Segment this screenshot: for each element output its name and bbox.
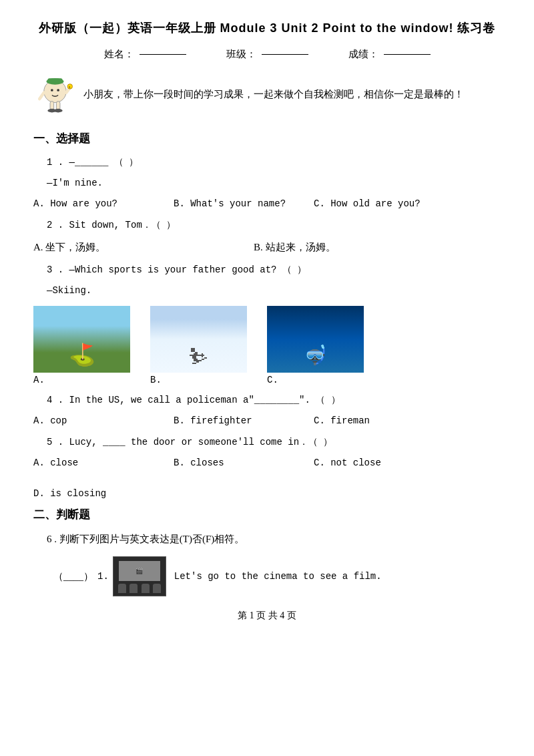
judgment-intro: 6 . 判断下列图片与英文表达是(T)否(F)相符。 （____） 1. 🎬 L… (47, 530, 501, 596)
question-1: 1 . —______ （ ） —I'm nine. (47, 154, 501, 192)
q5-choices: A. close B. closes C. not close D. is cl… (33, 457, 501, 499)
q1-sub: —I'm nine. (47, 175, 501, 192)
mascot-icon: $ (33, 73, 77, 116)
svg-rect-6 (56, 102, 60, 110)
class-field: 班级： (226, 48, 308, 61)
q5-choice-a: A. close (33, 457, 154, 468)
q4-choice-a: A. cop (33, 415, 154, 426)
score-blank (384, 54, 431, 55)
q5-choice-c: C. not close (314, 457, 434, 468)
question-2: 2 . Sit down, Tom．（ ） (47, 217, 501, 234)
q2-choice-a: A. 坐下，汤姆。 (33, 241, 154, 254)
q4-choice-b: B. firefighter (174, 415, 294, 426)
q1-choice-c: C. How old are you? (314, 198, 434, 209)
q4-choices: A. cop B. firefighter C. fireman (33, 415, 501, 426)
svg-point-8 (54, 109, 63, 113)
question-5: 5 . Lucy, ____ the door or someone'll co… (47, 434, 501, 451)
q3-image-a-label: A. (33, 375, 130, 385)
intro-section: $ 小朋友，带上你一段时间的学习成果，一起来做个自我检测吧，相信你一定是最棒的！ (33, 73, 501, 116)
q3-image-a-container: A. (33, 306, 130, 385)
judgment-bracket: （____） (53, 570, 93, 583)
svg-line-9 (39, 93, 44, 99)
score-label: 成绩： (348, 48, 378, 61)
name-field: 姓名： (104, 48, 186, 61)
info-row: 姓名： 班级： 成绩： (33, 48, 501, 61)
svg-point-4 (57, 89, 59, 91)
judgment-q1: （____） 1. 🎬 Let's go to the cinema to se… (53, 556, 501, 596)
name-label: 姓名： (104, 48, 134, 61)
q3-image-diving (267, 306, 364, 373)
q1-choice-b: B. What's your name? (174, 198, 294, 209)
q3-image-skiing (150, 306, 247, 373)
score-field: 成绩： (348, 48, 431, 61)
question-4: 4 . In the US, we call a policeman a"___… (47, 392, 501, 409)
section1-title: 一、选择题 (33, 131, 501, 146)
class-label: 班级： (226, 48, 256, 61)
judgment-instruction: 6 . 判断下列图片与英文表达是(T)否(F)相符。 (47, 530, 501, 548)
cinema-image: 🎬 (113, 556, 166, 596)
q1-choice-a: A. How are you? (33, 198, 154, 209)
q3-image-c-container: C. (267, 306, 364, 385)
section2-title: 二、判断题 (33, 507, 501, 522)
q1-choices: A. How are you? B. What's your name? C. … (33, 198, 501, 209)
page-footer: 第 1 页 共 4 页 (33, 610, 501, 622)
q4-stem: 4 . In the US, we call a policeman a"___… (47, 392, 501, 409)
q2-choice-b: B. 站起来，汤姆。 (254, 241, 374, 254)
q5-stem: 5 . Lucy, ____ the door or someone'll co… (47, 434, 501, 451)
q3-images: A. B. C. (33, 306, 501, 385)
judgment-q1-number: 1. (97, 571, 109, 582)
name-blank (140, 54, 186, 55)
svg-rect-5 (50, 102, 54, 110)
q4-choice-c: C. fireman (314, 415, 434, 426)
q2-stem: 2 . Sit down, Tom．（ ） (47, 217, 501, 234)
svg-point-3 (51, 89, 53, 91)
q3-image-b-label: B. (150, 375, 247, 385)
class-blank (262, 54, 308, 55)
svg-rect-2 (47, 78, 62, 83)
judgment-q1-text: Let's go to the cinema to see a film. (174, 571, 382, 582)
q5-choice-d: D. is closing (33, 488, 154, 499)
q3-sub: —Skiing. (47, 282, 501, 299)
q3-image-golf (33, 306, 130, 373)
q1-stem: 1 . —______ （ ） (47, 154, 501, 171)
q3-image-b-container: B. (150, 306, 247, 385)
q3-image-c-label: C. (267, 375, 364, 385)
q2-choices: A. 坐下，汤姆。 B. 站起来，汤姆。 (33, 241, 501, 254)
q5-choice-b: B. closes (174, 457, 294, 468)
q3-stem: 3 . —Which sports is your father good at… (47, 262, 501, 278)
page-title: 外研版（一起）英语一年级上册 Module 3 Unit 2 Point to … (33, 20, 501, 36)
question-3: 3 . —Which sports is your father good at… (47, 262, 501, 299)
intro-text: 小朋友，带上你一段时间的学习成果，一起来做个自我检测吧，相信你一定是最棒的！ (83, 88, 464, 101)
